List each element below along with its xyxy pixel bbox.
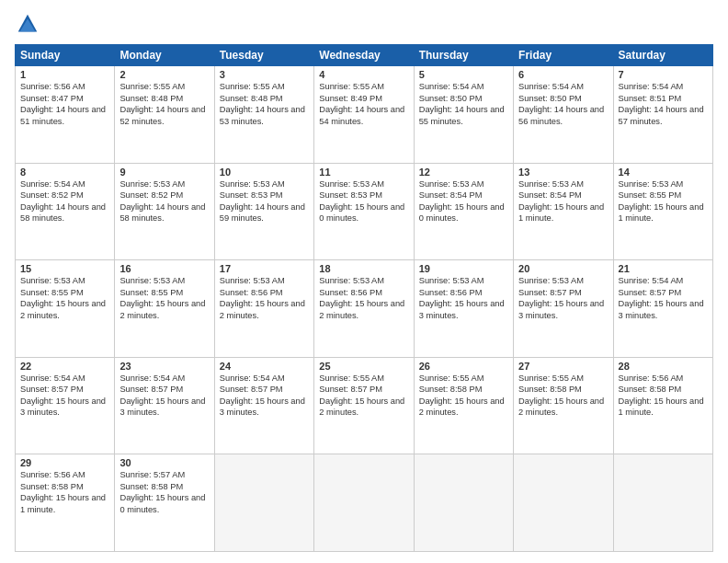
day-number: 30: [119, 457, 209, 468]
day-info: Sunrise: 5:55 AMSunset: 8:49 PMDaylight:…: [319, 81, 408, 127]
calendar-cell: [214, 454, 313, 552]
day-number: 10: [220, 167, 309, 178]
day-info: Sunrise: 5:55 AMSunset: 8:48 PMDaylight:…: [119, 81, 209, 127]
day-info: Sunrise: 5:53 AMSunset: 8:54 PMDaylight:…: [518, 178, 608, 224]
day-info: Sunrise: 5:55 AMSunset: 8:57 PMDaylight:…: [319, 373, 408, 419]
day-number: 18: [319, 263, 408, 274]
calendar-cell: 8Sunrise: 5:54 AMSunset: 8:52 PMDaylight…: [16, 163, 115, 260]
day-number: 23: [119, 361, 209, 372]
day-info: Sunrise: 5:53 AMSunset: 8:57 PMDaylight:…: [518, 275, 608, 321]
day-number: 29: [20, 457, 109, 468]
day-number: 6: [518, 69, 608, 80]
day-of-week-header: Friday: [514, 45, 613, 66]
calendar-cell: 20Sunrise: 5:53 AMSunset: 8:57 PMDayligh…: [514, 260, 613, 358]
day-of-week-header: Sunday: [16, 45, 115, 66]
day-number: 3: [220, 69, 309, 80]
day-info: Sunrise: 5:54 AMSunset: 8:57 PMDaylight:…: [20, 373, 109, 419]
calendar-cell: 11Sunrise: 5:53 AMSunset: 8:53 PMDayligh…: [314, 163, 414, 260]
day-info: Sunrise: 5:53 AMSunset: 8:54 PMDaylight:…: [419, 178, 508, 224]
day-number: 12: [419, 167, 508, 178]
day-info: Sunrise: 5:54 AMSunset: 8:50 PMDaylight:…: [518, 81, 608, 127]
calendar-cell: 10Sunrise: 5:53 AMSunset: 8:53 PMDayligh…: [214, 163, 313, 260]
calendar-cell: 3Sunrise: 5:55 AMSunset: 8:48 PMDaylight…: [214, 66, 313, 164]
day-number: 2: [119, 69, 209, 80]
calendar-cell: 1Sunrise: 5:56 AMSunset: 8:47 PMDaylight…: [16, 66, 115, 164]
calendar-cell: 6Sunrise: 5:54 AMSunset: 8:50 PMDaylight…: [514, 66, 613, 164]
header: [15, 11, 713, 37]
calendar-cell: 14Sunrise: 5:53 AMSunset: 8:55 PMDayligh…: [613, 163, 712, 260]
day-number: 19: [419, 263, 508, 274]
day-info: Sunrise: 5:55 AMSunset: 8:48 PMDaylight:…: [220, 81, 309, 127]
calendar-cell: 23Sunrise: 5:54 AMSunset: 8:57 PMDayligh…: [115, 357, 214, 454]
calendar-cell: 26Sunrise: 5:55 AMSunset: 8:58 PMDayligh…: [414, 357, 513, 454]
calendar-cell: [514, 454, 613, 552]
logo-icon: [15, 11, 40, 37]
calendar-cell: 2Sunrise: 5:55 AMSunset: 8:48 PMDaylight…: [115, 66, 214, 164]
calendar-cell: [613, 454, 712, 552]
day-number: 9: [119, 167, 209, 178]
day-of-week-header: Monday: [115, 45, 214, 66]
calendar-cell: 9Sunrise: 5:53 AMSunset: 8:52 PMDaylight…: [115, 163, 214, 260]
day-info: Sunrise: 5:56 AMSunset: 8:58 PMDaylight:…: [20, 469, 109, 515]
day-info: Sunrise: 5:54 AMSunset: 8:50 PMDaylight:…: [419, 81, 508, 127]
calendar-cell: 28Sunrise: 5:56 AMSunset: 8:58 PMDayligh…: [613, 357, 712, 454]
day-info: Sunrise: 5:53 AMSunset: 8:56 PMDaylight:…: [220, 275, 309, 321]
calendar-cell: 7Sunrise: 5:54 AMSunset: 8:51 PMDaylight…: [613, 66, 712, 164]
day-info: Sunrise: 5:53 AMSunset: 8:53 PMDaylight:…: [220, 178, 309, 224]
day-info: Sunrise: 5:53 AMSunset: 8:56 PMDaylight:…: [319, 275, 408, 321]
day-number: 20: [518, 263, 608, 274]
day-info: Sunrise: 5:53 AMSunset: 8:52 PMDaylight:…: [119, 178, 209, 224]
day-info: Sunrise: 5:54 AMSunset: 8:57 PMDaylight:…: [119, 373, 209, 419]
day-number: 24: [220, 361, 309, 372]
calendar-cell: 16Sunrise: 5:53 AMSunset: 8:55 PMDayligh…: [115, 260, 214, 358]
logo: [15, 11, 44, 37]
calendar-cell: 4Sunrise: 5:55 AMSunset: 8:49 PMDaylight…: [314, 66, 414, 164]
day-number: 11: [319, 167, 408, 178]
calendar-cell: 24Sunrise: 5:54 AMSunset: 8:57 PMDayligh…: [214, 357, 313, 454]
day-info: Sunrise: 5:54 AMSunset: 8:57 PMDaylight:…: [619, 275, 708, 321]
calendar-cell: 12Sunrise: 5:53 AMSunset: 8:54 PMDayligh…: [414, 163, 513, 260]
day-info: Sunrise: 5:54 AMSunset: 8:57 PMDaylight:…: [220, 373, 309, 419]
day-info: Sunrise: 5:57 AMSunset: 8:58 PMDaylight:…: [119, 469, 209, 515]
day-info: Sunrise: 5:53 AMSunset: 8:56 PMDaylight:…: [419, 275, 508, 321]
day-number: 17: [220, 263, 309, 274]
day-number: 26: [419, 361, 508, 372]
calendar-cell: [314, 454, 414, 552]
day-info: Sunrise: 5:53 AMSunset: 8:55 PMDaylight:…: [619, 178, 708, 224]
day-info: Sunrise: 5:54 AMSunset: 8:51 PMDaylight:…: [619, 81, 708, 127]
day-info: Sunrise: 5:56 AMSunset: 8:58 PMDaylight:…: [619, 373, 708, 419]
day-number: 21: [619, 263, 708, 274]
day-number: 13: [518, 167, 608, 178]
calendar-cell: 25Sunrise: 5:55 AMSunset: 8:57 PMDayligh…: [314, 357, 414, 454]
day-number: 27: [518, 361, 608, 372]
day-number: 5: [419, 69, 508, 80]
calendar-cell: [414, 454, 513, 552]
calendar-cell: 22Sunrise: 5:54 AMSunset: 8:57 PMDayligh…: [16, 357, 115, 454]
calendar-table: SundayMondayTuesdayWednesdayThursdayFrid…: [15, 44, 713, 552]
day-number: 28: [619, 361, 708, 372]
day-info: Sunrise: 5:53 AMSunset: 8:55 PMDaylight:…: [119, 275, 209, 321]
calendar-cell: 29Sunrise: 5:56 AMSunset: 8:58 PMDayligh…: [16, 454, 115, 552]
day-info: Sunrise: 5:53 AMSunset: 8:55 PMDaylight:…: [20, 275, 109, 321]
calendar-cell: 15Sunrise: 5:53 AMSunset: 8:55 PMDayligh…: [16, 260, 115, 358]
calendar-cell: 19Sunrise: 5:53 AMSunset: 8:56 PMDayligh…: [414, 260, 513, 358]
calendar-cell: 21Sunrise: 5:54 AMSunset: 8:57 PMDayligh…: [613, 260, 712, 358]
calendar-cell: 17Sunrise: 5:53 AMSunset: 8:56 PMDayligh…: [214, 260, 313, 358]
day-info: Sunrise: 5:54 AMSunset: 8:52 PMDaylight:…: [20, 178, 109, 224]
day-number: 25: [319, 361, 408, 372]
day-info: Sunrise: 5:55 AMSunset: 8:58 PMDaylight:…: [419, 373, 508, 419]
day-info: Sunrise: 5:55 AMSunset: 8:58 PMDaylight:…: [518, 373, 608, 419]
day-of-week-header: Saturday: [613, 45, 712, 66]
day-number: 22: [20, 361, 109, 372]
calendar-cell: 5Sunrise: 5:54 AMSunset: 8:50 PMDaylight…: [414, 66, 513, 164]
day-number: 14: [619, 167, 708, 178]
day-of-week-header: Wednesday: [314, 45, 414, 66]
page: SundayMondayTuesdayWednesdayThursdayFrid…: [0, 0, 728, 563]
day-info: Sunrise: 5:53 AMSunset: 8:53 PMDaylight:…: [319, 178, 408, 224]
day-number: 16: [119, 263, 209, 274]
calendar-cell: 18Sunrise: 5:53 AMSunset: 8:56 PMDayligh…: [314, 260, 414, 358]
calendar-cell: 13Sunrise: 5:53 AMSunset: 8:54 PMDayligh…: [514, 163, 613, 260]
day-number: 4: [319, 69, 408, 80]
calendar-cell: 27Sunrise: 5:55 AMSunset: 8:58 PMDayligh…: [514, 357, 613, 454]
day-number: 8: [20, 167, 109, 178]
